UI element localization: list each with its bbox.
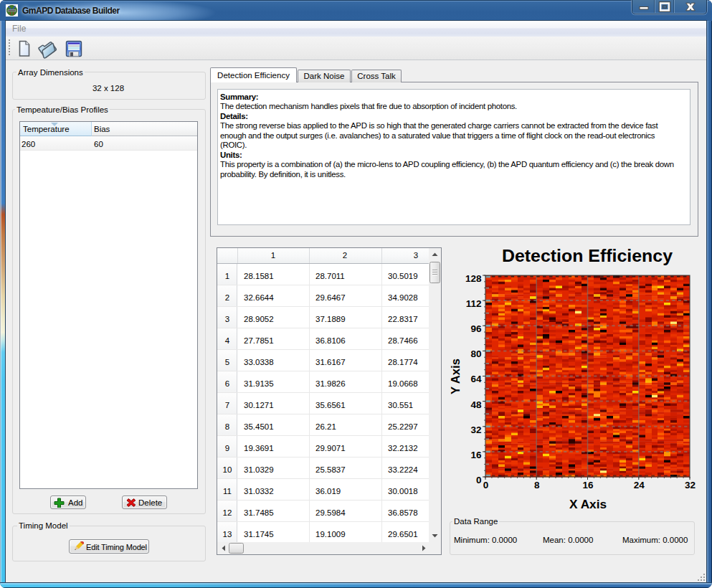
svg-text:X Axis: X Axis xyxy=(569,498,607,511)
svg-text:16: 16 xyxy=(582,480,594,490)
svg-text:128: 128 xyxy=(465,273,482,284)
svg-text:112: 112 xyxy=(466,298,482,309)
svg-text:32: 32 xyxy=(470,425,481,435)
svg-text:96: 96 xyxy=(470,323,482,334)
svg-text:64: 64 xyxy=(470,374,482,384)
svg-text:0: 0 xyxy=(476,475,482,485)
svg-text:32: 32 xyxy=(685,480,696,490)
svg-text:80: 80 xyxy=(470,348,481,359)
svg-text:Detection Efficiency: Detection Efficiency xyxy=(502,246,673,265)
svg-text:Y Axis: Y Axis xyxy=(450,359,462,394)
svg-text:48: 48 xyxy=(470,399,482,410)
svg-text:0: 0 xyxy=(483,480,489,490)
svg-text:8: 8 xyxy=(534,480,540,490)
svg-text:16: 16 xyxy=(470,450,482,460)
svg-text:24: 24 xyxy=(634,480,645,490)
